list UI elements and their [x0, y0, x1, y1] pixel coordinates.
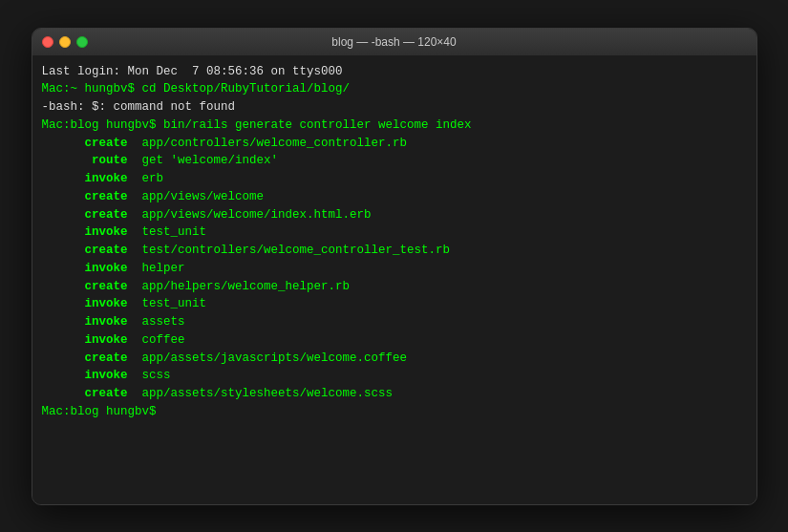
close-button[interactable] — [42, 36, 53, 48]
line-6: route get 'welcome/index' — [42, 152, 747, 170]
line-3: -bash: $: command not found — [42, 98, 747, 117]
line-15: invoke assets — [42, 313, 747, 331]
line-17: create app/assets/javascripts/welcome.co… — [42, 350, 747, 368]
line-11: create test/controllers/welcome_controll… — [42, 242, 747, 260]
line-5: create app/controllers/welcome_controlle… — [42, 135, 747, 153]
line-7: invoke erb — [42, 170, 747, 188]
line-2: Mac:~ hungbv$ cd Desktop/RubyTutorial/bl… — [42, 80, 747, 98]
line-20: Mac:blog hungbv$ — [42, 403, 747, 421]
line-12: invoke helper — [42, 260, 747, 278]
line-14: invoke test_unit — [42, 295, 747, 313]
line-18: invoke scss — [42, 367, 747, 385]
line-9: create app/views/welcome/index.html.erb — [42, 206, 747, 224]
line-8: create app/views/welcome — [42, 188, 747, 206]
maximize-button[interactable] — [76, 36, 88, 48]
minimize-button[interactable] — [59, 36, 71, 48]
line-13: create app/helpers/welcome_helper.rb — [42, 278, 747, 296]
line-19: create app/assets/stylesheets/welcome.sc… — [42, 385, 747, 403]
line-16: invoke coffee — [42, 331, 747, 350]
line-1: Last login: Mon Dec 7 08:56:36 on ttys00… — [42, 63, 747, 81]
title-bar: blog — -bash — 120×40 — [32, 29, 756, 55]
traffic-lights — [42, 36, 88, 48]
window-title: blog — -bash — 120×40 — [331, 35, 456, 49]
line-10: invoke test_unit — [42, 223, 747, 242]
terminal-body[interactable]: Last login: Mon Dec 7 08:56:36 on ttys00… — [32, 55, 756, 504]
line-4: Mac:blog hungbv$ bin/rails generate cont… — [42, 117, 747, 135]
terminal-window: blog — -bash — 120×40 Last login: Mon De… — [32, 28, 757, 505]
